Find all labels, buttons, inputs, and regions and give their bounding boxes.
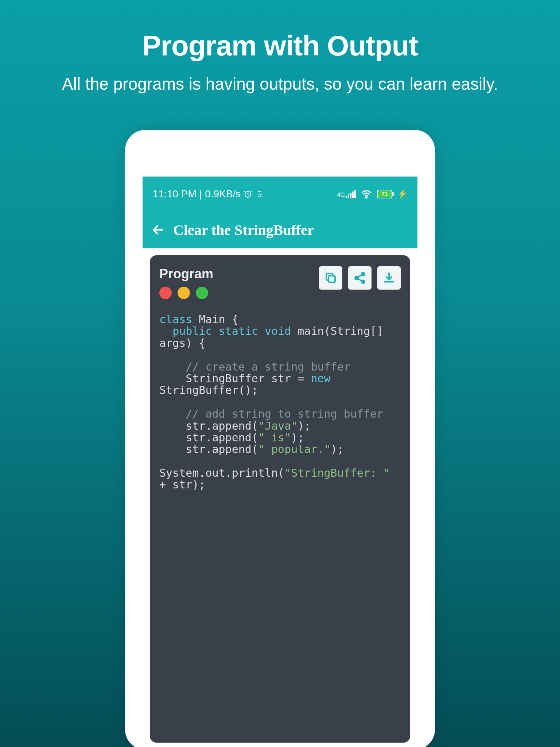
code-string: "Java"	[258, 419, 298, 432]
battery-icon: 71	[377, 190, 392, 198]
svg-point-6	[355, 276, 358, 280]
status-left: 11:10 PM | 0.9KB/s	[153, 188, 264, 200]
charging-bolt-icon: ⚡	[397, 189, 407, 199]
copy-icon	[324, 271, 337, 285]
traffic-yellow-icon	[178, 287, 190, 299]
card-actions	[319, 266, 401, 290]
code-text: str.append(	[186, 419, 258, 432]
wifi-icon	[361, 190, 372, 198]
code-string: " is"	[258, 431, 291, 444]
copy-button[interactable]	[319, 266, 342, 290]
cell-signal-icon: 4G	[337, 190, 356, 198]
code-text: System.out.println(	[159, 467, 284, 479]
page-title: Clear the StringBuffer	[173, 221, 314, 239]
traffic-green-icon	[196, 287, 208, 299]
code-comment: // create a string buffer	[186, 360, 350, 373]
svg-rect-4	[328, 276, 335, 282]
svg-line-9	[358, 279, 362, 281]
traffic-red-icon	[159, 287, 172, 299]
status-bar: 11:10 PM | 0.9KB/s 4G 71	[143, 177, 417, 212]
svg-point-7	[362, 280, 365, 283]
code-text: );	[291, 431, 304, 444]
code-text: );	[298, 419, 311, 432]
code-keyword: class	[159, 313, 192, 326]
promo-title: Program with Output	[0, 29, 560, 62]
section-label: Program	[159, 266, 213, 282]
content-area: Program	[143, 248, 417, 747]
alarm-icon	[244, 190, 252, 198]
download-icon	[382, 271, 396, 285]
status-sep: |	[199, 188, 202, 200]
back-arrow-icon[interactable]	[151, 223, 164, 236]
code-text: );	[331, 443, 344, 456]
status-net-speed: 0.9KB/s	[205, 188, 241, 200]
promo-subtitle: All the programs is having outputs, so y…	[0, 73, 560, 95]
status-right: 4G 71 ⚡	[337, 189, 407, 199]
svg-point-2	[366, 197, 367, 198]
signal-bars-icon	[346, 190, 356, 198]
strikethrough-s-icon	[255, 190, 264, 198]
net-type-label: 4G	[337, 192, 345, 198]
code-card: Program	[150, 255, 410, 743]
app-bar: Clear the StringBuffer	[143, 212, 417, 248]
svg-line-8	[358, 275, 362, 277]
code-comment: // add string to string buffer	[186, 407, 383, 420]
share-icon	[353, 271, 366, 285]
card-header: Program	[159, 266, 401, 299]
code-string: "StringBuffer: "	[284, 467, 390, 479]
device-screen: 11:10 PM | 0.9KB/s 4G 71	[143, 177, 417, 747]
battery-level: 71	[378, 191, 391, 197]
code-keyword: new	[311, 372, 330, 385]
code-text: Main {	[192, 313, 238, 326]
code-modifier: public static void	[172, 325, 291, 337]
tablet-frame: 11:10 PM | 0.9KB/s 4G 71	[125, 130, 435, 747]
promo-header: Program with Output All the programs is …	[0, 0, 560, 95]
status-time: 11:10 PM	[153, 188, 197, 200]
svg-point-5	[362, 272, 365, 276]
code-text: str.append(	[186, 431, 258, 444]
code-block: class Main { public static void main(Str…	[159, 314, 401, 491]
code-string: " popular."	[258, 443, 331, 456]
share-button[interactable]	[348, 266, 372, 290]
window-traffic-lights	[159, 287, 213, 299]
code-text: StringBuffer str =	[186, 372, 311, 385]
code-text: str.append(	[186, 443, 258, 456]
download-button[interactable]	[377, 266, 401, 290]
